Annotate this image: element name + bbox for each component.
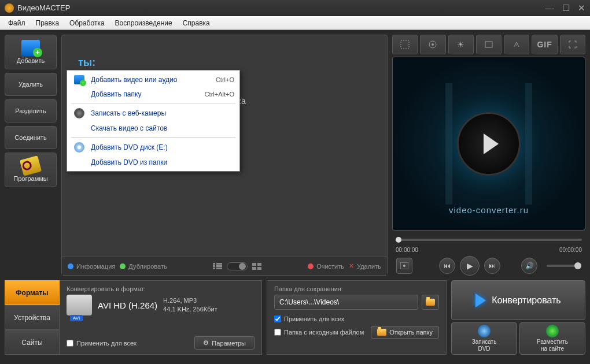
params-button[interactable]: ⚙Параметры xyxy=(194,336,255,350)
fullscreen-icon[interactable] xyxy=(560,35,585,54)
speed-icon[interactable] xyxy=(504,35,529,54)
join-button[interactable]: Соединить xyxy=(5,126,57,149)
menu-download-sites[interactable]: Скачать видео с сайтов xyxy=(69,121,238,135)
key-icon xyxy=(20,155,42,176)
volume-icon[interactable]: 🔊 xyxy=(521,258,537,274)
format-panel: Форматы Устройства Сайты Конвертировать … xyxy=(5,280,262,355)
save-path-field[interactable]: C:\Users\...\Videos\ xyxy=(274,295,418,310)
dvd-icon xyxy=(74,142,84,153)
delete-icon: ✕ xyxy=(349,262,354,270)
list-view-icon[interactable] xyxy=(213,263,222,270)
snapshot-icon[interactable] xyxy=(396,258,412,274)
workspace: Добавить Удалить Разделить Соединить Про… xyxy=(0,30,590,280)
preview-toolbar: ☀ GIF xyxy=(392,35,585,54)
menu-separator xyxy=(71,137,235,138)
format-apply-all[interactable]: Применить для всех xyxy=(67,340,137,347)
svg-rect-2 xyxy=(213,268,215,269)
filmstrip-decoration xyxy=(445,83,532,205)
disc-icon xyxy=(478,325,491,337)
svg-rect-8 xyxy=(252,267,256,270)
prev-button[interactable]: ⏮ xyxy=(439,258,455,274)
menu-playback[interactable]: Воспроизведение xyxy=(110,18,177,28)
delete-segment[interactable]: ✕Удалить xyxy=(349,262,381,270)
player-controls: ⏮ ▶ ⏭ 🔊 xyxy=(392,256,585,276)
svg-point-15 xyxy=(403,265,405,267)
info-segment[interactable]: Информация xyxy=(68,263,115,270)
frame-icon[interactable] xyxy=(476,35,502,54)
programs-button[interactable]: Программы xyxy=(5,153,57,187)
open-folder-button[interactable]: Открыть папку xyxy=(371,326,439,339)
menu-processing[interactable]: Обработка xyxy=(65,18,109,28)
tab-formats[interactable]: Форматы xyxy=(5,280,60,305)
target-icon[interactable] xyxy=(420,35,445,54)
svg-rect-5 xyxy=(216,268,222,269)
add-label: Добавить xyxy=(17,57,45,64)
action-panel: Конвертировать ЗаписатьDVD Разместитьна … xyxy=(451,280,585,355)
menu-add-folder[interactable]: Добавить папку Ctrl+Alt+O xyxy=(69,87,238,101)
next-button[interactable]: ⏭ xyxy=(484,258,500,274)
menu-add-dvd-folder[interactable]: Добавить DVD из папки xyxy=(69,155,238,169)
menu-help[interactable]: Справка xyxy=(178,18,215,28)
svg-rect-4 xyxy=(216,265,222,267)
grid-view-icon[interactable] xyxy=(252,263,261,270)
partition-button[interactable]: Разделить xyxy=(5,99,57,122)
svg-rect-13 xyxy=(485,42,492,47)
duplicate-icon xyxy=(120,263,126,269)
brightness-icon[interactable]: ☀ xyxy=(448,35,474,54)
menubar: Файл Правка Обработка Воспроизведение Сп… xyxy=(0,16,590,30)
app-logo-icon xyxy=(5,3,14,13)
menu-edit[interactable]: Правка xyxy=(31,18,64,28)
tab-devices[interactable]: Устройства xyxy=(5,305,60,330)
add-file-icon xyxy=(74,75,84,84)
format-name: AVI HD (H.264) xyxy=(98,300,157,310)
format-spec-2: 44,1 KHz, 256Кбит xyxy=(163,305,217,314)
preview-panel: ☀ GIF video-converter.ru 00:00:00 00:00:… xyxy=(392,35,585,276)
play-button[interactable]: ▶ xyxy=(460,256,480,276)
webcam-icon xyxy=(74,108,84,118)
menu-add-video-audio[interactable]: Добавить видео или аудио Ctrl+O xyxy=(69,72,238,87)
svg-rect-3 xyxy=(216,263,222,265)
svg-rect-10 xyxy=(401,40,409,49)
video-preview[interactable]: video-converter.ru xyxy=(392,57,585,231)
titlebar: ВидеоМАСТЕР — ☐ ✕ xyxy=(0,0,590,16)
volume-slider[interactable] xyxy=(547,265,581,267)
view-toggle[interactable] xyxy=(227,262,248,270)
time-labels: 00:00:00 00:00:00 xyxy=(392,246,585,254)
convert-button[interactable]: Конвертировать xyxy=(451,280,585,320)
save-label: Папка для сохранения: xyxy=(274,285,439,292)
clear-icon xyxy=(308,263,314,269)
gif-icon[interactable]: GIF xyxy=(532,35,557,54)
camera-avi-icon xyxy=(67,295,92,315)
crop-icon[interactable] xyxy=(392,35,418,54)
close-icon[interactable]: ✕ xyxy=(578,3,585,13)
add-button[interactable]: Добавить xyxy=(5,35,57,69)
convert-arrow-icon xyxy=(475,294,486,307)
tab-sites[interactable]: Сайты xyxy=(5,330,60,355)
menu-file[interactable]: Файл xyxy=(3,18,30,28)
programs-label: Программы xyxy=(13,175,47,182)
browse-folder-button[interactable] xyxy=(422,295,439,310)
svg-rect-9 xyxy=(257,267,261,270)
time-start: 00:00:00 xyxy=(396,247,418,253)
svg-rect-6 xyxy=(252,263,256,266)
save-panel: Папка для сохранения: C:\Users\...\Video… xyxy=(267,280,447,355)
info-icon xyxy=(68,263,73,269)
clear-segment[interactable]: Очистить xyxy=(308,263,344,270)
infobar: Информация Дублировать Очистить ✕Удалить xyxy=(62,257,387,275)
duplicate-segment[interactable]: Дублировать xyxy=(120,263,167,270)
time-end: 00:00:00 xyxy=(559,247,582,253)
save-with-source[interactable]: Папка с исходным файлом xyxy=(274,329,364,336)
maximize-icon[interactable]: ☐ xyxy=(562,3,570,13)
format-spec-1: H.264, MP3 xyxy=(163,296,217,305)
publish-web-button[interactable]: Разместитьна сайте xyxy=(519,322,585,355)
remove-button[interactable]: Удалить xyxy=(5,73,57,96)
minimize-icon[interactable]: — xyxy=(545,3,554,13)
menu-add-dvd-disk[interactable]: Добавить DVD диск (E:) xyxy=(69,139,238,155)
svg-rect-0 xyxy=(213,263,215,265)
format-selector[interactable]: AVI HD (H.264) H.264, MP3 44,1 KHz, 256К… xyxy=(67,295,255,315)
save-apply-all[interactable]: Применить для всех xyxy=(274,315,439,322)
burn-dvd-button[interactable]: ЗаписатьDVD xyxy=(451,322,517,355)
seek-track[interactable] xyxy=(396,239,582,241)
menu-record-webcam[interactable]: Записать с веб-камеры xyxy=(69,105,238,121)
svg-rect-1 xyxy=(213,265,215,267)
